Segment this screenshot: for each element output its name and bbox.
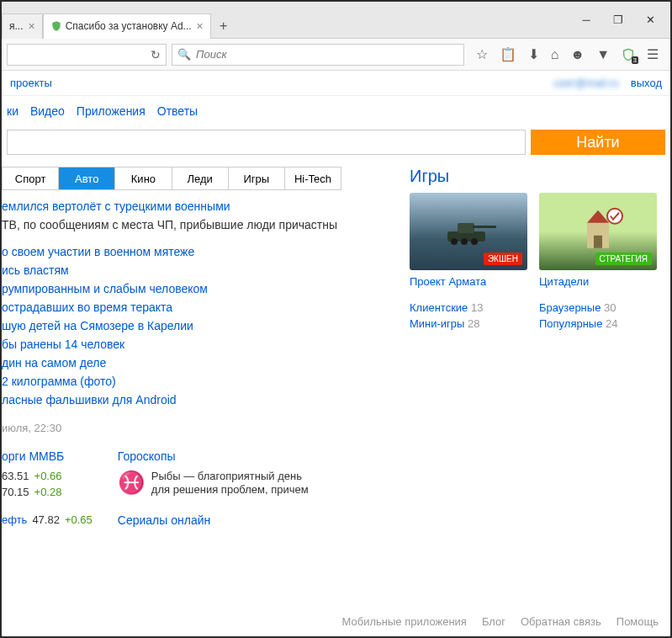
- category-tab[interactable]: Игры: [229, 167, 285, 189]
- footer-link[interactable]: Помощь: [616, 615, 659, 628]
- game-cat-count: 24: [606, 317, 617, 330]
- shield-icon: [50, 20, 62, 32]
- close-icon[interactable]: ×: [197, 19, 204, 33]
- category-tab[interactable]: Спорт: [3, 167, 59, 189]
- nav-link[interactable]: Видео: [30, 104, 65, 118]
- game-cat-count: 30: [604, 301, 616, 314]
- footer: Мобильные приложения Блог Обратная связь…: [342, 615, 659, 628]
- category-tab[interactable]: Hi-Tech: [285, 167, 341, 189]
- new-tab-button[interactable]: +: [211, 19, 236, 34]
- footer-link[interactable]: Мобильные приложения: [342, 615, 467, 628]
- close-button[interactable]: ✕: [642, 12, 659, 29]
- game-image: ЭКШЕН: [410, 193, 527, 270]
- stock-row: 63.51 +0.66: [2, 470, 93, 482]
- stock-value: 63.51: [2, 470, 29, 482]
- timestamp: июля, 22:30: [2, 419, 405, 438]
- svg-rect-8: [594, 236, 602, 248]
- game-image: СТРАТЕГИЯ: [539, 193, 657, 270]
- game-cat-link[interactable]: Клиентские: [410, 301, 468, 314]
- nav-link[interactable]: ки: [7, 104, 19, 118]
- horoscope-block: Гороскопы ♓ Рыбы — благоприятный день дл…: [118, 449, 320, 534]
- reload-icon[interactable]: ↻: [151, 48, 161, 61]
- serials-link[interactable]: Сериалы онлайн: [118, 513, 320, 527]
- svg-point-4: [461, 238, 468, 245]
- star-icon[interactable]: ☆: [476, 46, 488, 62]
- category-tab[interactable]: Авто: [59, 167, 115, 189]
- projects-link[interactable]: проекты: [10, 77, 52, 89]
- news-link[interactable]: 2 килограмма (фото): [2, 372, 405, 391]
- search-icon: 🔍: [177, 48, 191, 61]
- game-cat-count: 28: [468, 317, 479, 330]
- nav-link[interactable]: Ответы: [157, 104, 198, 118]
- stock-change: +0.65: [65, 513, 93, 526]
- game-cat-link[interactable]: Мини-игры: [410, 317, 464, 330]
- browser-tab[interactable]: я... ×: [2, 13, 43, 39]
- game-cat-link[interactable]: Браузерные: [539, 301, 601, 314]
- stock-value: 47.82: [32, 513, 60, 526]
- stocks-title[interactable]: орги ММВБ: [2, 449, 93, 463]
- svg-marker-7: [587, 210, 609, 223]
- game-card[interactable]: ЭКШЕН Проект Армата: [410, 193, 527, 288]
- game-cat-link[interactable]: Популярные: [539, 317, 602, 330]
- footer-link[interactable]: Обратная связь: [521, 615, 601, 628]
- news-link[interactable]: шую детей на Сямозере в Карелии: [2, 316, 405, 335]
- chat-icon[interactable]: ☻: [570, 46, 585, 62]
- news-link[interactable]: о своем участии в военном мятеже: [2, 242, 405, 261]
- svg-rect-2: [473, 226, 496, 228]
- home-icon[interactable]: ⌂: [551, 46, 559, 62]
- tab-label: я...: [9, 20, 24, 32]
- news-link[interactable]: острадавших во время теракта: [2, 298, 405, 316]
- search-input[interactable]: [196, 48, 458, 61]
- stock-change: +0.28: [34, 486, 62, 498]
- category-tab[interactable]: Кино: [115, 167, 172, 189]
- game-cat-count: 13: [471, 301, 483, 314]
- find-button[interactable]: Найти: [531, 130, 665, 155]
- svg-point-9: [607, 209, 622, 224]
- horoscope-title[interactable]: Гороскопы: [118, 449, 320, 463]
- game-name[interactable]: Цитадели: [539, 275, 657, 288]
- badge: 3: [632, 56, 638, 64]
- nav-link[interactable]: Приложения: [77, 104, 146, 118]
- svg-point-5: [471, 238, 478, 245]
- footer-link[interactable]: Блог: [482, 615, 505, 628]
- news-subtitle: ТВ, по сообщениям с места ЧП, прибывшие …: [2, 215, 405, 234]
- games-title[interactable]: Игры: [410, 167, 662, 186]
- stocks-block: орги ММВБ 63.51 +0.66 70.15 +0.28 ефть: [2, 449, 93, 534]
- minimize-button[interactable]: ─: [578, 12, 595, 29]
- logout-link[interactable]: выход: [631, 77, 662, 89]
- game-name[interactable]: Проект Армата: [410, 275, 527, 288]
- browser-tab[interactable]: Спасибо за установку Ad... ×: [43, 13, 211, 39]
- pocket-icon[interactable]: ▼: [596, 46, 610, 62]
- close-icon[interactable]: ×: [29, 19, 35, 33]
- site-nav: ки Видео Приложения Ответы: [2, 96, 670, 126]
- stock-row: ефть 47.82 +0.65: [2, 513, 93, 526]
- site-topbar: проекты user@mail.ru выход: [2, 71, 670, 96]
- stock-change: +0.66: [34, 470, 62, 482]
- category-tab[interactable]: Леди: [172, 167, 229, 189]
- news-link[interactable]: ись властям: [2, 261, 405, 279]
- url-bar[interactable]: ↻: [7, 44, 167, 66]
- main-search-input[interactable]: [7, 130, 526, 155]
- svg-point-3: [451, 238, 458, 245]
- stock-value: 70.15: [2, 486, 29, 498]
- shield-icon[interactable]: 3: [622, 46, 635, 62]
- news-link[interactable]: емлился вертолёт с турецкими военными: [2, 197, 405, 215]
- news-link[interactable]: дин на самом деле: [2, 354, 405, 372]
- download-icon[interactable]: ⬇: [528, 46, 539, 62]
- clipboard-icon[interactable]: 📋: [500, 46, 516, 62]
- pisces-icon: ♓: [118, 470, 145, 497]
- game-tag: СТРАТЕГИЯ: [595, 253, 653, 265]
- news-link[interactable]: румпированным и слабым человеком: [2, 279, 405, 298]
- game-card[interactable]: СТРАТЕГИЯ Цитадели: [539, 193, 657, 288]
- news-link[interactable]: бы ранены 14 человек: [2, 335, 405, 354]
- category-tabs: Спорт Авто Кино Леди Игры Hi-Tech: [2, 167, 341, 190]
- titlebar: я... × Спасибо за установку Ad... × + ─ …: [2, 2, 670, 39]
- search-box[interactable]: 🔍: [172, 44, 464, 66]
- maximize-button[interactable]: ❐: [610, 12, 627, 29]
- search-row: Найти: [2, 126, 670, 162]
- game-tag: ЭКШЕН: [484, 253, 522, 265]
- oil-link[interactable]: ефть: [2, 513, 27, 526]
- menu-icon[interactable]: ☰: [647, 46, 659, 62]
- browser-tabs: я... × Спасибо за установку Ad... × +: [2, 2, 578, 38]
- news-link[interactable]: ласные фальшивки для Android: [2, 391, 405, 409]
